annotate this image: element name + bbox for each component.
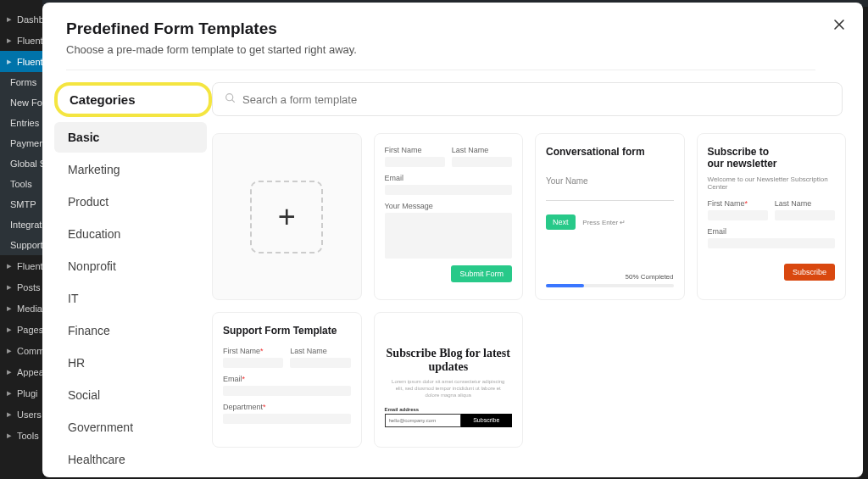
category-item-marketing[interactable]: Marketing (54, 154, 207, 185)
wp-menu-item[interactable]: ▸Fluent (0, 51, 42, 72)
category-item-government[interactable]: Government (54, 412, 207, 443)
conv-progress-label: 50% Completed (626, 273, 674, 281)
template-card-contact[interactable]: First Name Last Name Email Your Message … (374, 133, 524, 300)
conv-title: Conversational form (546, 146, 674, 158)
nl-email: Email (708, 227, 836, 236)
category-item-hr[interactable]: HR (54, 348, 207, 378)
sup-last: Last Name (290, 347, 350, 355)
wp-menu-item[interactable]: Entries1 (0, 113, 42, 133)
wp-menu-item[interactable]: ▸Dashb (0, 8, 42, 30)
blog-lorem: Lorem ipsum dolor sit amet consectetur a… (389, 379, 508, 398)
label-email: Email (385, 174, 513, 182)
wp-menu-item[interactable]: ▸Pages (0, 319, 42, 340)
conv-next-button: Next (546, 214, 576, 230)
category-item-healthcare[interactable]: Healthcare (54, 444, 207, 475)
template-card-newsletter[interactable]: Subscribe to our newsletter Welcome to o… (697, 133, 847, 300)
nl-title-1: Subscribe to (708, 146, 770, 158)
wp-menu-item[interactable]: Tools (0, 174, 42, 194)
wp-admin-menu: ▸Dashb▸Fluent▸FluentFormsNew FormEntries… (0, 0, 42, 479)
category-item-product[interactable]: Product (54, 187, 207, 217)
category-item-finance[interactable]: Finance (54, 315, 207, 346)
nl-sub: Welcome to our Newsletter Subscription C… (708, 175, 836, 191)
nl-last: Last Name (775, 199, 835, 208)
search-input[interactable] (242, 93, 830, 106)
conv-hint: Press Enter ↵ (582, 219, 626, 226)
wp-menu-item[interactable]: Integrations (0, 214, 42, 235)
label-last-name: Last Name (452, 146, 512, 154)
subscribe-button: Subscribe (784, 264, 835, 281)
category-item-nonprofit[interactable]: Nonprofit (54, 251, 207, 281)
close-icon[interactable] (832, 18, 846, 35)
wp-menu-item[interactable]: Forms (0, 72, 42, 92)
category-item-it[interactable]: IT (54, 283, 207, 314)
template-card-support[interactable]: Support Form Template First Name* Last N… (212, 312, 362, 448)
category-item-basic[interactable]: Basic (54, 122, 207, 153)
search-icon (225, 92, 236, 107)
wp-menu-item[interactable]: ▸Comm (0, 340, 42, 361)
blog-subscribe-button: Subscribe now (461, 414, 513, 427)
blog-email-label: Email address (385, 407, 461, 412)
nl-title-2: our newsletter (708, 158, 777, 170)
category-item-education[interactable]: Education (54, 219, 207, 249)
wp-menu-item[interactable]: ▸Users (0, 404, 42, 425)
wp-menu-item[interactable]: New Form (0, 92, 42, 113)
conv-name-label: Your Name (546, 176, 674, 186)
plus-icon: + (250, 181, 323, 253)
conv-progress-bar (546, 284, 674, 287)
template-card-conversational[interactable]: Conversational form Your Name Next Press… (535, 133, 685, 300)
sup-dept: Department (223, 403, 263, 411)
wp-menu-item[interactable]: ▸Posts (0, 276, 42, 298)
nl-first: First Name (708, 199, 745, 208)
divider (66, 70, 815, 70)
label-first-name: First Name (385, 146, 445, 154)
blog-title: Subscribe Blog for latest updates (385, 347, 513, 374)
wp-menu-item[interactable]: ▸Appea (0, 361, 42, 382)
template-card-blog[interactable]: Subscribe Blog for latest updates Lorem … (374, 312, 524, 448)
search-box[interactable] (212, 82, 843, 116)
category-item-social[interactable]: Social (54, 380, 207, 410)
categories-list: BasicMarketingProductEducationNonprofitI… (54, 122, 212, 475)
wp-menu-item[interactable]: ▸Fluent (0, 30, 42, 51)
sup-email: Email (223, 375, 242, 383)
wp-menu-item[interactable]: ▸Tools (0, 425, 42, 446)
categories-sidebar: Categories BasicMarketingProductEducatio… (42, 82, 212, 477)
categories-heading: Categories (54, 82, 212, 117)
wp-menu-item[interactable]: Global Set (0, 153, 42, 174)
wp-menu-item[interactable]: SMTP (0, 194, 42, 214)
submit-button: Submit Form (451, 265, 512, 282)
template-card-blank[interactable]: + (212, 133, 362, 300)
templates-main: + First Name Last Name Email Your Messag… (212, 82, 863, 477)
modal-subtitle: Choose a pre-made form template to get s… (66, 43, 839, 56)
wp-menu-item[interactable]: Payments (0, 133, 42, 153)
wp-menu-item[interactable]: Support (0, 235, 42, 255)
wp-menu-item[interactable]: ▸Plugi (0, 382, 42, 404)
sup-first: First Name (223, 347, 260, 355)
wp-menu-item[interactable]: ▸Media (0, 298, 42, 319)
template-modal: Predefined Form Templates Choose a pre-m… (42, 3, 863, 477)
blog-email-input (385, 414, 461, 427)
label-message: Your Message (385, 202, 513, 210)
support-title: Support Form Template (223, 325, 351, 337)
wp-menu-item[interactable]: ▸Fluent (0, 255, 42, 276)
modal-title: Predefined Form Templates (66, 19, 839, 38)
